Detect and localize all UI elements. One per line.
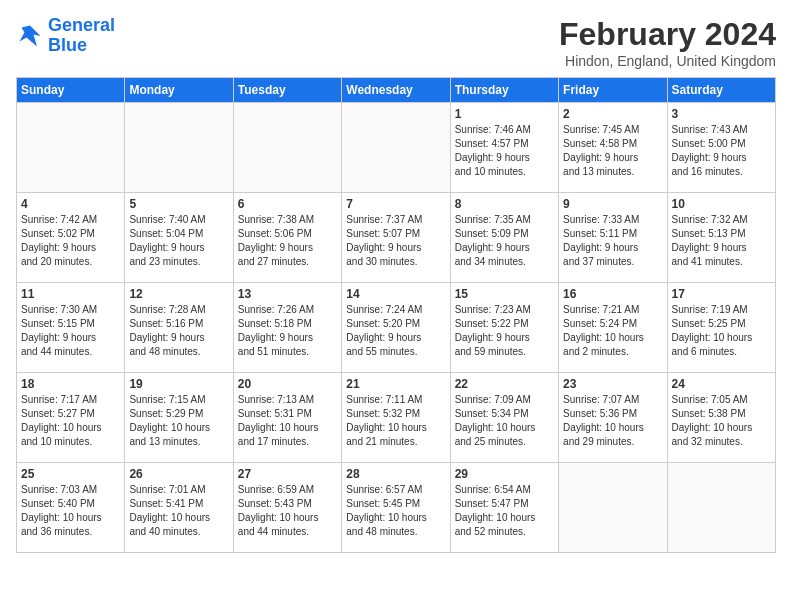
calendar-cell [559, 463, 667, 553]
calendar-cell: 3Sunrise: 7:43 AM Sunset: 5:00 PM Daylig… [667, 103, 775, 193]
day-number: 2 [563, 107, 662, 121]
calendar-cell [667, 463, 775, 553]
day-number: 21 [346, 377, 445, 391]
day-content: Sunrise: 7:21 AM Sunset: 5:24 PM Dayligh… [563, 303, 662, 359]
calendar-cell: 4Sunrise: 7:42 AM Sunset: 5:02 PM Daylig… [17, 193, 125, 283]
calendar-cell: 9Sunrise: 7:33 AM Sunset: 5:11 PM Daylig… [559, 193, 667, 283]
day-header-friday: Friday [559, 78, 667, 103]
day-number: 14 [346, 287, 445, 301]
day-content: Sunrise: 7:43 AM Sunset: 5:00 PM Dayligh… [672, 123, 771, 179]
day-content: Sunrise: 7:15 AM Sunset: 5:29 PM Dayligh… [129, 393, 228, 449]
day-content: Sunrise: 7:35 AM Sunset: 5:09 PM Dayligh… [455, 213, 554, 269]
day-number: 6 [238, 197, 337, 211]
day-number: 28 [346, 467, 445, 481]
day-number: 17 [672, 287, 771, 301]
day-content: Sunrise: 7:28 AM Sunset: 5:16 PM Dayligh… [129, 303, 228, 359]
day-content: Sunrise: 6:59 AM Sunset: 5:43 PM Dayligh… [238, 483, 337, 539]
calendar-cell: 21Sunrise: 7:11 AM Sunset: 5:32 PM Dayli… [342, 373, 450, 463]
day-number: 5 [129, 197, 228, 211]
day-content: Sunrise: 7:07 AM Sunset: 5:36 PM Dayligh… [563, 393, 662, 449]
day-number: 29 [455, 467, 554, 481]
day-content: Sunrise: 7:46 AM Sunset: 4:57 PM Dayligh… [455, 123, 554, 179]
day-content: Sunrise: 7:24 AM Sunset: 5:20 PM Dayligh… [346, 303, 445, 359]
calendar-cell: 18Sunrise: 7:17 AM Sunset: 5:27 PM Dayli… [17, 373, 125, 463]
calendar-cell: 7Sunrise: 7:37 AM Sunset: 5:07 PM Daylig… [342, 193, 450, 283]
day-content: Sunrise: 7:42 AM Sunset: 5:02 PM Dayligh… [21, 213, 120, 269]
day-header-monday: Monday [125, 78, 233, 103]
calendar-cell: 6Sunrise: 7:38 AM Sunset: 5:06 PM Daylig… [233, 193, 341, 283]
calendar-cell: 16Sunrise: 7:21 AM Sunset: 5:24 PM Dayli… [559, 283, 667, 373]
calendar-cell: 27Sunrise: 6:59 AM Sunset: 5:43 PM Dayli… [233, 463, 341, 553]
day-header-saturday: Saturday [667, 78, 775, 103]
logo-blue-text: Blue [48, 35, 87, 55]
week-row-1: 1Sunrise: 7:46 AM Sunset: 4:57 PM Daylig… [17, 103, 776, 193]
day-number: 26 [129, 467, 228, 481]
day-content: Sunrise: 7:11 AM Sunset: 5:32 PM Dayligh… [346, 393, 445, 449]
calendar-cell [17, 103, 125, 193]
calendar-cell: 1Sunrise: 7:46 AM Sunset: 4:57 PM Daylig… [450, 103, 558, 193]
calendar-cell: 14Sunrise: 7:24 AM Sunset: 5:20 PM Dayli… [342, 283, 450, 373]
day-content: Sunrise: 7:01 AM Sunset: 5:41 PM Dayligh… [129, 483, 228, 539]
day-content: Sunrise: 7:37 AM Sunset: 5:07 PM Dayligh… [346, 213, 445, 269]
day-content: Sunrise: 7:26 AM Sunset: 5:18 PM Dayligh… [238, 303, 337, 359]
day-content: Sunrise: 6:54 AM Sunset: 5:47 PM Dayligh… [455, 483, 554, 539]
calendar-cell [125, 103, 233, 193]
calendar-cell: 24Sunrise: 7:05 AM Sunset: 5:38 PM Dayli… [667, 373, 775, 463]
day-content: Sunrise: 7:30 AM Sunset: 5:15 PM Dayligh… [21, 303, 120, 359]
calendar-table: SundayMondayTuesdayWednesdayThursdayFrid… [16, 77, 776, 553]
day-number: 18 [21, 377, 120, 391]
day-header-wednesday: Wednesday [342, 78, 450, 103]
location: Hindon, England, United Kingdom [559, 53, 776, 69]
day-content: Sunrise: 7:05 AM Sunset: 5:38 PM Dayligh… [672, 393, 771, 449]
calendar-cell: 28Sunrise: 6:57 AM Sunset: 5:45 PM Dayli… [342, 463, 450, 553]
calendar-cell: 15Sunrise: 7:23 AM Sunset: 5:22 PM Dayli… [450, 283, 558, 373]
calendar-cell: 22Sunrise: 7:09 AM Sunset: 5:34 PM Dayli… [450, 373, 558, 463]
day-number: 8 [455, 197, 554, 211]
day-header-sunday: Sunday [17, 78, 125, 103]
calendar-cell: 5Sunrise: 7:40 AM Sunset: 5:04 PM Daylig… [125, 193, 233, 283]
day-number: 9 [563, 197, 662, 211]
calendar-cell: 13Sunrise: 7:26 AM Sunset: 5:18 PM Dayli… [233, 283, 341, 373]
day-number: 13 [238, 287, 337, 301]
calendar-cell: 8Sunrise: 7:35 AM Sunset: 5:09 PM Daylig… [450, 193, 558, 283]
day-number: 4 [21, 197, 120, 211]
title-block: February 2024 Hindon, England, United Ki… [559, 16, 776, 69]
day-content: Sunrise: 7:32 AM Sunset: 5:13 PM Dayligh… [672, 213, 771, 269]
day-number: 7 [346, 197, 445, 211]
day-content: Sunrise: 7:45 AM Sunset: 4:58 PM Dayligh… [563, 123, 662, 179]
day-number: 3 [672, 107, 771, 121]
calendar-body: 1Sunrise: 7:46 AM Sunset: 4:57 PM Daylig… [17, 103, 776, 553]
day-number: 1 [455, 107, 554, 121]
calendar-cell: 11Sunrise: 7:30 AM Sunset: 5:15 PM Dayli… [17, 283, 125, 373]
day-number: 11 [21, 287, 120, 301]
day-header-thursday: Thursday [450, 78, 558, 103]
logo-general-text: General [48, 15, 115, 35]
calendar-cell: 17Sunrise: 7:19 AM Sunset: 5:25 PM Dayli… [667, 283, 775, 373]
calendar-cell: 23Sunrise: 7:07 AM Sunset: 5:36 PM Dayli… [559, 373, 667, 463]
day-number: 22 [455, 377, 554, 391]
day-content: Sunrise: 7:09 AM Sunset: 5:34 PM Dayligh… [455, 393, 554, 449]
day-content: Sunrise: 7:13 AM Sunset: 5:31 PM Dayligh… [238, 393, 337, 449]
calendar-cell: 26Sunrise: 7:01 AM Sunset: 5:41 PM Dayli… [125, 463, 233, 553]
day-content: Sunrise: 7:03 AM Sunset: 5:40 PM Dayligh… [21, 483, 120, 539]
day-number: 16 [563, 287, 662, 301]
logo: General Blue [16, 16, 115, 56]
calendar-cell: 29Sunrise: 6:54 AM Sunset: 5:47 PM Dayli… [450, 463, 558, 553]
day-number: 19 [129, 377, 228, 391]
day-number: 27 [238, 467, 337, 481]
calendar-cell: 12Sunrise: 7:28 AM Sunset: 5:16 PM Dayli… [125, 283, 233, 373]
day-content: Sunrise: 7:23 AM Sunset: 5:22 PM Dayligh… [455, 303, 554, 359]
day-content: Sunrise: 7:40 AM Sunset: 5:04 PM Dayligh… [129, 213, 228, 269]
calendar-cell: 10Sunrise: 7:32 AM Sunset: 5:13 PM Dayli… [667, 193, 775, 283]
day-content: Sunrise: 7:17 AM Sunset: 5:27 PM Dayligh… [21, 393, 120, 449]
day-number: 25 [21, 467, 120, 481]
page-header: General Blue February 2024 Hindon, Engla… [16, 16, 776, 69]
day-content: Sunrise: 7:38 AM Sunset: 5:06 PM Dayligh… [238, 213, 337, 269]
day-content: Sunrise: 7:33 AM Sunset: 5:11 PM Dayligh… [563, 213, 662, 269]
calendar-cell: 20Sunrise: 7:13 AM Sunset: 5:31 PM Dayli… [233, 373, 341, 463]
month-title: February 2024 [559, 16, 776, 53]
day-number: 15 [455, 287, 554, 301]
calendar-cell: 25Sunrise: 7:03 AM Sunset: 5:40 PM Dayli… [17, 463, 125, 553]
day-number: 12 [129, 287, 228, 301]
calendar-cell: 19Sunrise: 7:15 AM Sunset: 5:29 PM Dayli… [125, 373, 233, 463]
